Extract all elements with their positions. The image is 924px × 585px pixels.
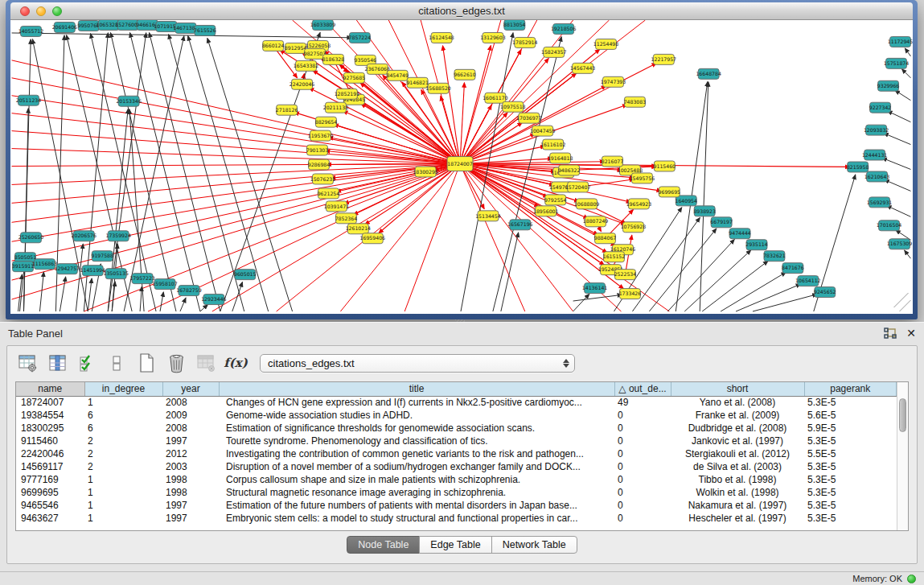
table-row[interactable]: 946554611997Estimation of the future num… bbox=[16, 499, 897, 512]
graph-node[interactable]: 2718126 bbox=[276, 105, 298, 115]
column-header-name[interactable]: name bbox=[16, 382, 84, 396]
table-vertical-scrollbar[interactable] bbox=[897, 382, 908, 530]
graph-node[interactable]: 19218506 bbox=[551, 23, 576, 34]
graph-node[interactable]: 13129603 bbox=[480, 32, 505, 43]
graph-node[interactable]: 2935114 bbox=[745, 240, 768, 250]
table-row[interactable]: 969969511998Structural magnetic resonanc… bbox=[16, 486, 897, 499]
graph-node[interactable]: 9227342 bbox=[869, 102, 892, 113]
graph-node[interactable]: 15958107 bbox=[152, 279, 177, 290]
graph-node[interactable]: 8186328 bbox=[322, 54, 345, 64]
graph-node[interactable]: 10756928 bbox=[621, 222, 646, 233]
import-table-icon[interactable] bbox=[195, 352, 216, 373]
table-row[interactable]: 1872400712008Changes of HCN gene express… bbox=[16, 396, 897, 409]
graph-node[interactable]: 20206576 bbox=[72, 231, 97, 241]
graph-node[interactable]: 11953670 bbox=[308, 130, 333, 141]
graph-node[interactable]: 16210643 bbox=[864, 171, 889, 182]
network-view-canvas[interactable]: 1405571220691406995076010653287152760029… bbox=[10, 20, 913, 314]
graph-node[interactable]: 20211138 bbox=[323, 102, 348, 113]
graph-node[interactable]: 12942757 bbox=[55, 264, 80, 274]
graph-node[interactable]: 15134454 bbox=[475, 211, 500, 221]
graph-node[interactable]: 16648784 bbox=[696, 68, 721, 79]
graph-node[interactable]: 13505135 bbox=[103, 269, 128, 279]
graph-node[interactable]: 20691406 bbox=[52, 22, 77, 32]
graph-node[interactable]: 16959406 bbox=[360, 233, 385, 244]
graph-node[interactable]: 9275685 bbox=[343, 72, 366, 83]
graph-node[interactable]: 10654112 bbox=[795, 276, 820, 286]
graph-node[interactable]: 12923446 bbox=[201, 295, 226, 305]
graph-node[interactable]: 25260650 bbox=[18, 233, 43, 243]
graph-node[interactable]: 11451994 bbox=[80, 266, 105, 276]
graph-node[interactable]: 15076231 bbox=[310, 174, 335, 184]
table-row[interactable]: 1456911722003Disruption of a novel membe… bbox=[16, 460, 897, 473]
table-settings-icon[interactable] bbox=[17, 352, 38, 373]
column-header-out_de[interactable]: △ out_de... bbox=[614, 382, 671, 396]
graph-node[interactable]: 14567443 bbox=[570, 63, 595, 73]
table-row[interactable]: 911546021997Tourette syndrome. Phenomeno… bbox=[16, 435, 897, 447]
graph-node[interactable]: 11254498 bbox=[593, 39, 618, 49]
table-row[interactable]: 1938455462009Genome-wide association stu… bbox=[16, 409, 897, 422]
graph-node[interactable]: 6679197 bbox=[710, 217, 733, 228]
graph-node[interactable]: 16033809 bbox=[310, 20, 335, 30]
table-header-row[interactable]: namein_degreeyeartitle△ out_de...shortpa… bbox=[16, 382, 897, 396]
graph-node[interactable]: 9329966 bbox=[877, 80, 900, 91]
select-all-icon[interactable] bbox=[76, 352, 97, 373]
graph-node[interactable]: 12444131 bbox=[862, 150, 887, 160]
graph-node[interactable]: 7901303 bbox=[306, 145, 329, 155]
graph-node[interactable]: 22420046 bbox=[290, 79, 314, 89]
graph-node[interactable]: 17957223 bbox=[129, 274, 154, 284]
graph-node[interactable]: 16124548 bbox=[429, 32, 454, 43]
graph-node[interactable]: 12610214 bbox=[346, 224, 371, 234]
graph-node[interactable]: 14136141 bbox=[582, 283, 607, 294]
graph-node[interactable]: 11156863 bbox=[32, 259, 57, 270]
graph-node[interactable]: 1615152 bbox=[603, 252, 626, 262]
graph-node[interactable]: 8813054 bbox=[503, 20, 526, 30]
close-panel-icon[interactable]: ✕ bbox=[906, 328, 916, 339]
tab-network-table[interactable]: Network Table bbox=[491, 536, 577, 554]
graph-node[interactable]: 8938923 bbox=[693, 206, 716, 216]
show-columns-icon[interactable] bbox=[47, 352, 68, 373]
graph-node[interactable]: 17036977 bbox=[516, 113, 541, 123]
graph-node[interactable]: 7832621 bbox=[763, 251, 786, 262]
graph-node[interactable]: 9474444 bbox=[729, 229, 751, 239]
graph-node[interactable]: 15495756 bbox=[630, 173, 655, 183]
zoom-window-icon[interactable] bbox=[52, 6, 62, 16]
graph-node[interactable]: 8454749 bbox=[386, 70, 409, 80]
graph-node[interactable]: 8829654 bbox=[315, 117, 338, 127]
graph-node[interactable]: 19747393 bbox=[601, 76, 626, 87]
minimize-window-icon[interactable] bbox=[36, 6, 46, 16]
float-panel-icon[interactable] bbox=[884, 328, 897, 340]
graph-node[interactable]: 12852191 bbox=[335, 89, 359, 99]
graph-node[interactable]: 19654923 bbox=[626, 199, 651, 209]
graph-node[interactable]: 15720407 bbox=[565, 182, 590, 192]
new-table-icon[interactable] bbox=[136, 352, 157, 373]
scrollbar-thumb[interactable] bbox=[899, 398, 906, 432]
graph-node[interactable]: 1733426 bbox=[619, 289, 642, 299]
graph-node[interactable]: 9286984 bbox=[308, 159, 331, 170]
graph-node[interactable]: 10975518 bbox=[500, 101, 525, 112]
graph-node[interactable]: 10391471 bbox=[324, 201, 349, 212]
graph-node[interactable]: 3915911 bbox=[12, 262, 35, 272]
graph-node[interactable]: 9621254 bbox=[318, 188, 340, 199]
graph-node[interactable]: 16567196 bbox=[507, 220, 532, 230]
graph-node[interactable]: 14055712 bbox=[18, 26, 43, 36]
delete-icon[interactable] bbox=[166, 352, 187, 373]
unselect-all-icon[interactable] bbox=[106, 352, 127, 373]
citation-network-graph[interactable]: 1405571220691406995076010653287152760029… bbox=[10, 20, 913, 314]
column-header-pagerank[interactable]: pagerank bbox=[804, 382, 897, 396]
graph-node[interactable]: 9245652 bbox=[814, 287, 836, 298]
column-header-year[interactable]: year bbox=[162, 382, 219, 396]
graph-node[interactable]: 20153346 bbox=[116, 96, 141, 106]
graph-node[interactable]: 8216077 bbox=[602, 156, 624, 167]
table-row[interactable]: 946362711997Embryonic stem cells: a mode… bbox=[16, 512, 897, 525]
column-header-title[interactable]: title bbox=[219, 382, 614, 396]
graph-node[interactable]: 9699695 bbox=[659, 187, 681, 197]
graph-node[interactable]: 8471676 bbox=[782, 263, 804, 274]
graph-node[interactable]: 12217957 bbox=[651, 54, 676, 64]
graph-node[interactable]: 9884067 bbox=[594, 233, 617, 244]
column-header-short[interactable]: short bbox=[671, 382, 804, 396]
graph-node[interactable]: 15824357 bbox=[541, 47, 566, 57]
graph-node[interactable]: 15692931 bbox=[867, 197, 892, 208]
graph-node[interactable]: 15751874 bbox=[884, 58, 909, 68]
graph-node[interactable]: 7857224 bbox=[349, 32, 372, 43]
graph-node[interactable]: 19164818 bbox=[548, 153, 573, 163]
